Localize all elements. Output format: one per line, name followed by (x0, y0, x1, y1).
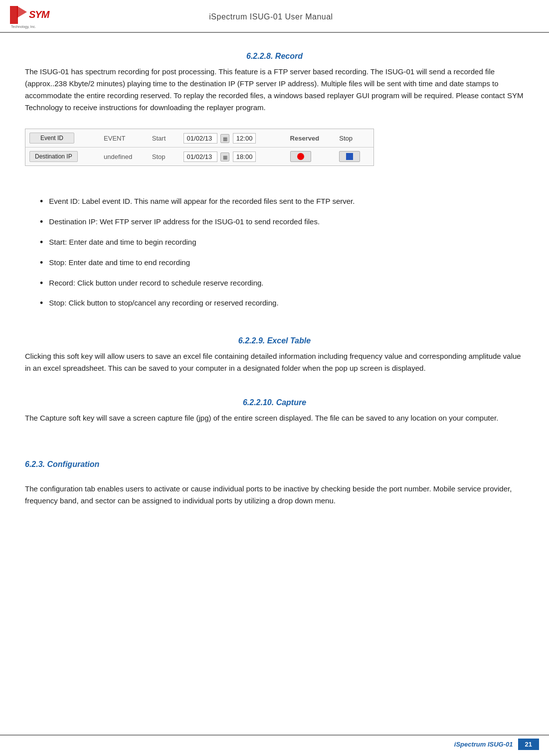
reserved-label-cell: Reserved (286, 129, 336, 148)
stop-cal-icon[interactable]: ▦ (220, 152, 229, 161)
main-content: 6.2.2.8. Record The ISUG-01 has spectrum… (0, 33, 549, 553)
start-date-input[interactable]: 01/02/13 (183, 133, 217, 144)
start-date-cell: 01/02/13 ▦ 12:00 (180, 129, 286, 148)
record-bullet-list: Event ID: Label event ID. This name will… (40, 195, 524, 310)
excel-table-body-text: Clicking this soft key will allow users … (25, 350, 524, 374)
start-time-input[interactable]: 12:00 (233, 133, 256, 144)
config-body-text: The configuration tab enables users to a… (25, 483, 524, 507)
spacer-1 (25, 178, 524, 187)
record-body-text: The ISUG-01 has spectrum recording for p… (25, 66, 524, 114)
stop-date-cell: 01/02/13 ▦ 18:00 (180, 148, 286, 166)
section-heading-excel: 6.2.2.9. Excel Table (25, 336, 524, 345)
svg-text:Technology, Inc.: Technology, Inc. (11, 25, 36, 29)
stop-square-icon (346, 153, 353, 160)
logo-svg: SYM Technology, Inc. (8, 5, 58, 31)
record-button[interactable] (290, 151, 311, 162)
stop-header-cell: Stop (335, 129, 373, 148)
stop-row-label: Stop (152, 153, 168, 160)
record-table-row-2: Destination IP undefined Stop 01/02/13 ▦… (25, 148, 373, 166)
header-title: iSpectrum ISUG-01 User Manual (88, 12, 454, 21)
footer-brand: iSpectrum ISUG-01 (454, 741, 513, 748)
dest-ip-label-cell: Destination IP (25, 148, 100, 166)
spacer-2 (25, 318, 524, 327)
stop-label-cell: Stop (148, 148, 180, 166)
dest-ip-value-cell: undefined (100, 148, 148, 166)
spacer-5 (25, 439, 524, 448)
record-btn-cell[interactable] (286, 148, 336, 166)
section-heading-capture: 6.2.2.10. Capture (25, 398, 524, 407)
bullet-stop-click-text: Stop: Click button to stop/cancel any re… (49, 297, 278, 308)
svg-marker-2 (17, 6, 27, 18)
stop-col-header: Stop (339, 135, 353, 142)
spacer-4 (25, 430, 524, 439)
record-table-row-1: Event ID EVENT Start 01/02/13 ▦ 12:00 Re (25, 129, 373, 148)
bullet-stop-time-text: Stop: Enter date and time to end recordi… (49, 257, 190, 268)
start-label: Start (152, 135, 168, 142)
bullet-start: Start: Enter date and time to begin reco… (40, 236, 524, 250)
destination-ip-value: undefined (104, 153, 132, 160)
start-label-cell: Start (148, 129, 180, 148)
bullet-event-id: Event ID: Label event ID. This name will… (40, 195, 524, 209)
section-heading-config: 6.2.3. Configuration (25, 460, 524, 469)
page-header: SYM Technology, Inc. iSpectrum ISUG-01 U… (0, 0, 549, 33)
footer-page-number: 21 (518, 739, 539, 750)
destination-ip-label: Destination IP (29, 151, 78, 162)
svg-marker-1 (10, 6, 18, 24)
event-id-label-cell: Event ID (25, 129, 100, 148)
spacer-3 (25, 380, 524, 389)
reserved-label: Reserved (290, 135, 320, 142)
record-table: Event ID EVENT Start 01/02/13 ▦ 12:00 Re (25, 129, 373, 165)
section-heading-record: 6.2.2.8. Record (25, 52, 524, 61)
start-cal-icon[interactable]: ▦ (220, 134, 229, 143)
logo-box: SYM Technology, Inc. (8, 5, 53, 29)
stop-time-input[interactable]: 18:00 (233, 151, 256, 162)
svg-text:SYM: SYM (29, 9, 50, 20)
event-value: EVENT (104, 135, 125, 142)
stop-date-input[interactable]: 01/02/13 (183, 151, 217, 162)
bullet-start-text: Start: Enter date and time to begin reco… (49, 236, 196, 248)
bullet-destination-ip-text: Destination IP: Wet FTP server IP addres… (49, 216, 320, 227)
bullet-stop-click: Stop: Click button to stop/cancel any re… (40, 297, 524, 310)
record-ui-wrapper: Event ID EVENT Start 01/02/13 ▦ 12:00 Re (25, 120, 524, 178)
event-id-label: Event ID (29, 133, 74, 144)
logo-area: SYM Technology, Inc. (8, 5, 88, 29)
spacer-6 (25, 474, 524, 483)
bullet-destination-ip: Destination IP: Wet FTP server IP addres… (40, 216, 524, 229)
capture-body-text: The Capture soft key will save a screen … (25, 412, 524, 424)
sym-logo: SYM Technology, Inc. (8, 5, 53, 32)
stop-btn-cell[interactable] (335, 148, 373, 166)
bullet-stop-time: Stop: Enter date and time to end recordi… (40, 257, 524, 270)
record-dot-icon (297, 153, 304, 160)
event-value-cell: EVENT (100, 129, 148, 148)
stop-button[interactable] (339, 151, 360, 162)
bullet-record-click: Record: Click button under record to sch… (40, 277, 524, 291)
bullet-record-click-text: Record: Click button under record to sch… (49, 277, 263, 289)
page-footer: iSpectrum ISUG-01 21 (0, 735, 549, 750)
bullet-event-id-text: Event ID: Label event ID. This name will… (49, 195, 355, 207)
